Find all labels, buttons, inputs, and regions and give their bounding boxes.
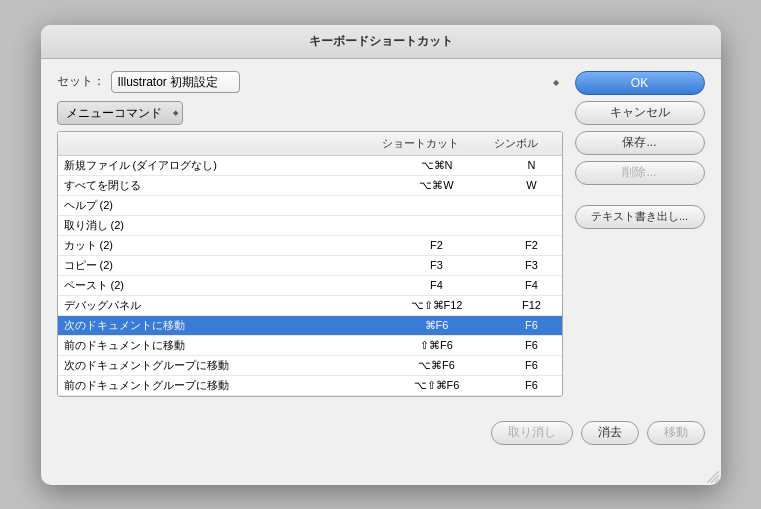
row-shortcut: ⌥⇧⌘F12 xyxy=(372,297,502,314)
table-row[interactable]: コピー (2)F3F3 xyxy=(58,256,562,276)
row-name: コピー (2) xyxy=(58,256,372,275)
clear-button[interactable]: 消去 xyxy=(581,421,639,445)
dialog-content: セット： Illustrator 初期設定 メニューコマンド xyxy=(41,59,721,413)
row-symbol: F6 xyxy=(502,317,562,333)
col-shortcut-header: ショートカット xyxy=(356,134,486,153)
set-row: セット： Illustrator 初期設定 xyxy=(57,71,563,93)
row-shortcut: F4 xyxy=(372,277,502,293)
table-row[interactable]: デバッグパネル⌥⇧⌘F12F12 xyxy=(58,296,562,316)
row-name: 新規ファイル (ダイアログなし) xyxy=(58,156,372,175)
move-button[interactable]: 移動 xyxy=(647,421,705,445)
ok-button[interactable]: OK xyxy=(575,71,705,95)
row-name: デバッグパネル xyxy=(58,296,372,315)
row-shortcut xyxy=(372,203,502,207)
row-shortcut: ⌘F6 xyxy=(372,317,502,334)
table-row[interactable]: 次のドキュメントグループに移動⌥⌘F6F6 xyxy=(58,356,562,376)
keyboard-shortcuts-dialog: キーボードショートカット セット： Illustrator 初期設定 メニューコ… xyxy=(41,25,721,485)
row-shortcut: ⌥⌘N xyxy=(372,157,502,174)
table-row[interactable]: カット (2)F2F2 xyxy=(58,236,562,256)
row-symbol: F6 xyxy=(502,337,562,353)
table-row[interactable]: 新規ファイル (ダイアログなし)⌥⌘NN xyxy=(58,156,562,176)
table-body[interactable]: 新規ファイル (ダイアログなし)⌥⌘NNすべてを閉じる⌥⌘WWヘルプ (2)取り… xyxy=(58,156,562,396)
left-panel: セット： Illustrator 初期設定 メニューコマンド xyxy=(57,71,563,397)
table-row[interactable]: 取り消し (2) xyxy=(58,216,562,236)
table-header: ショートカット シンボル xyxy=(58,132,562,156)
category-select-wrapper: メニューコマンド xyxy=(57,101,183,125)
row-name: ペースト (2) xyxy=(58,276,372,295)
right-panel: OK キャンセル 保存... 削除... テキスト書き出し... xyxy=(575,71,705,397)
table-row[interactable]: ペースト (2)F4F4 xyxy=(58,276,562,296)
export-button[interactable]: テキスト書き出し... xyxy=(575,205,705,229)
row-shortcut: ⌥⇧⌘F6 xyxy=(372,377,502,394)
table-row[interactable]: 次のドキュメントに移動⌘F6F6 xyxy=(58,316,562,336)
table-row[interactable]: 前のドキュメントグループに移動⌥⇧⌘F6F6 xyxy=(58,376,562,396)
row-shortcut xyxy=(372,223,502,227)
col-symbol-header: シンボル xyxy=(486,134,546,153)
set-select[interactable]: Illustrator 初期設定 xyxy=(111,71,240,93)
row-name: すべてを閉じる xyxy=(58,176,372,195)
set-label: セット： xyxy=(57,73,105,90)
row-name: 取り消し (2) xyxy=(58,216,372,235)
set-select-wrapper: Illustrator 初期設定 xyxy=(111,71,563,93)
row-symbol: F6 xyxy=(502,357,562,373)
table-row[interactable]: 前のドキュメントに移動⇧⌘F6F6 xyxy=(58,336,562,356)
table-row[interactable]: ヘルプ (2) xyxy=(58,196,562,216)
row-symbol: F2 xyxy=(502,237,562,253)
row-name: 次のドキュメントに移動 xyxy=(58,316,372,335)
table-row[interactable]: すべてを閉じる⌥⌘WW xyxy=(58,176,562,196)
col-name-header xyxy=(58,134,356,153)
cancel-button[interactable]: キャンセル xyxy=(575,101,705,125)
row-shortcut: ⇧⌘F6 xyxy=(372,337,502,354)
row-shortcut: F3 xyxy=(372,257,502,273)
row-symbol xyxy=(502,223,562,227)
delete-button[interactable]: 削除... xyxy=(575,161,705,185)
row-symbol: W xyxy=(502,177,562,193)
svg-line-2 xyxy=(715,479,719,483)
category-row: メニューコマンド xyxy=(57,101,563,125)
category-select[interactable]: メニューコマンド xyxy=(58,102,182,124)
row-symbol: F3 xyxy=(502,257,562,273)
row-name: 前のドキュメントに移動 xyxy=(58,336,372,355)
resize-handle[interactable] xyxy=(707,471,719,483)
title-bar: キーボードショートカット xyxy=(41,25,721,59)
row-shortcut: F2 xyxy=(372,237,502,253)
undo-button[interactable]: 取り消し xyxy=(491,421,573,445)
row-symbol: F12 xyxy=(502,297,562,313)
shortcuts-table: ショートカット シンボル 新規ファイル (ダイアログなし)⌥⌘NNすべてを閉じる… xyxy=(57,131,563,397)
row-name: 次のドキュメントグループに移動 xyxy=(58,356,372,375)
row-name: カット (2) xyxy=(58,236,372,255)
row-symbol: F6 xyxy=(502,377,562,393)
bottom-row: 取り消し 消去 移動 xyxy=(41,413,721,459)
row-shortcut: ⌥⌘F6 xyxy=(372,357,502,374)
dialog-title: キーボードショートカット xyxy=(309,34,453,48)
svg-line-1 xyxy=(711,475,719,483)
row-symbol: F4 xyxy=(502,277,562,293)
row-shortcut: ⌥⌘W xyxy=(372,177,502,194)
row-symbol xyxy=(502,203,562,207)
row-name: 前のドキュメントグループに移動 xyxy=(58,376,372,395)
save-button[interactable]: 保存... xyxy=(575,131,705,155)
row-name: ヘルプ (2) xyxy=(58,196,372,215)
row-symbol: N xyxy=(502,157,562,173)
